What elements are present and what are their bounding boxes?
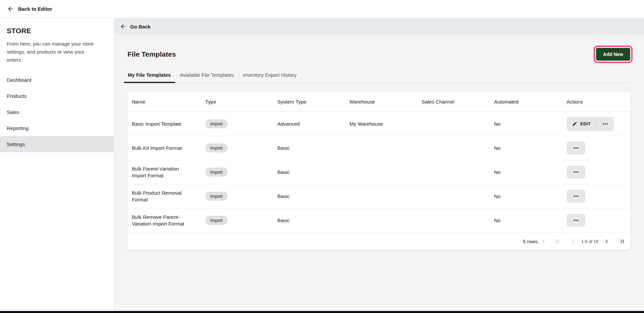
type-badge: Import	[205, 143, 228, 152]
cell-name: Basic Import Template	[132, 121, 192, 127]
table-row: Basic Import Template Import Advanced My…	[127, 112, 631, 136]
ellipsis-icon	[573, 144, 580, 151]
cell-type: Import	[205, 168, 277, 177]
cell-system-type: Basic	[277, 217, 350, 223]
bottom-edge-bar	[0, 311, 644, 313]
back-to-editor-button[interactable]: Back to Editor	[0, 0, 644, 18]
type-badge: Import	[205, 168, 228, 177]
cell-system-type: Basic	[277, 169, 350, 175]
tab-inventory-export-history[interactable]: Inventory Export History	[243, 70, 297, 83]
row-menu-button[interactable]	[567, 190, 585, 203]
row-menu-button[interactable]	[597, 117, 614, 131]
rows-per-page-select[interactable]: 5 rows	[523, 239, 545, 244]
caret-down-icon	[542, 239, 546, 243]
edit-button-label: EDIT	[580, 121, 591, 126]
cell-system-type: Basic	[277, 145, 350, 151]
cell-type: Import	[205, 119, 277, 128]
cell-actions	[567, 214, 631, 227]
sidebar-item-settings[interactable]: Settings	[0, 136, 114, 152]
back-to-editor-label: Back to Editor	[18, 6, 52, 12]
sidebar-item-products[interactable]: Products	[0, 88, 114, 104]
next-page-button[interactable]	[603, 238, 610, 245]
row-menu-button[interactable]	[567, 214, 585, 227]
sidebar-title: STORE	[7, 27, 107, 35]
ellipsis-icon	[602, 120, 609, 127]
page-header: File Templates Add New	[127, 46, 631, 63]
type-badge: Import	[205, 192, 228, 201]
pagination-range: 1-5 of 10	[581, 239, 598, 244]
cell-automated: No	[494, 169, 567, 175]
column-header-name: Name	[132, 99, 205, 105]
cell-name: Bulk Kit Import Format	[132, 145, 192, 151]
ellipsis-icon	[573, 193, 580, 200]
main-content: Go Back File Templates Add New My File T…	[114, 18, 644, 311]
cell-warehouse: My Warehouse	[350, 121, 422, 127]
go-back-label: Go Back	[130, 24, 151, 29]
row-actions-group: EDIT	[567, 117, 614, 131]
table-body: Basic Import Template Import Advanced My…	[127, 112, 631, 233]
column-header-warehouse: Warehouse	[350, 99, 422, 105]
table-row: Bulk Product Removal Format Import Basic…	[127, 184, 631, 208]
tab-my-file-templates[interactable]: My File Templates	[127, 70, 171, 83]
cell-actions	[567, 166, 631, 179]
column-header-type: Type	[205, 99, 277, 105]
cell-name: Bulk Remove Parent-Variation Import Form…	[132, 214, 192, 227]
tab-available-file-templates[interactable]: Available File Templates	[179, 70, 234, 83]
tabs: My File TemplatesAvailable File Template…	[127, 70, 631, 83]
table-row: Bulk Parent-Variation Import Format Impo…	[127, 160, 631, 184]
cell-automated: No	[494, 145, 567, 151]
row-menu-button[interactable]	[567, 141, 585, 154]
file-templates-table: NameTypeSystem TypeWarehouseSales Channe…	[127, 92, 631, 250]
table-row: Bulk Kit Import Format Import Basic No	[127, 136, 631, 160]
previous-page-button[interactable]	[570, 238, 576, 245]
cell-type: Import	[205, 216, 277, 225]
type-badge: Import	[205, 216, 228, 225]
arrow-left-icon	[120, 23, 126, 29]
ellipsis-icon	[573, 169, 580, 176]
column-header-actions: Actions	[567, 99, 631, 105]
rows-per-page-value: 5 rows	[523, 239, 537, 244]
cell-automated: No	[494, 217, 567, 223]
cell-name: Bulk Parent-Variation Import Format	[132, 166, 192, 179]
sidebar-item-sales[interactable]: Sales	[0, 104, 114, 120]
cell-actions	[567, 190, 631, 203]
last-page-button[interactable]	[619, 238, 625, 245]
pencil-icon	[572, 121, 577, 126]
table-pagination: 5 rows 1-5 of 10	[127, 233, 631, 250]
go-back-button[interactable]: Go Back	[114, 18, 644, 35]
sidebar-description: From here, you can manage your store set…	[7, 40, 98, 64]
page-title: File Templates	[127, 50, 176, 58]
sidebar: STORE From here, you can manage your sto…	[0, 18, 114, 311]
ellipsis-icon	[573, 217, 580, 224]
cell-system-type: Advanced	[277, 121, 350, 127]
sidebar-item-dashboard[interactable]: Dashboard	[0, 72, 114, 88]
cell-automated: No	[494, 121, 567, 127]
column-header-automated: Automated	[494, 99, 567, 105]
cell-name: Bulk Product Removal Format	[132, 190, 192, 203]
add-new-button[interactable]: Add New	[596, 48, 630, 61]
cell-actions: EDIT	[567, 117, 631, 131]
sidebar-item-reporting[interactable]: Reporting	[0, 120, 114, 136]
cell-type: Import	[205, 192, 277, 201]
column-header-system-type: System Type	[277, 99, 350, 105]
cell-automated: No	[494, 193, 567, 199]
arrow-left-icon	[7, 6, 14, 12]
first-page-button[interactable]	[554, 238, 561, 245]
cell-actions	[567, 141, 631, 154]
column-header-sales-channel: Sales Channel	[422, 99, 494, 105]
type-badge: Import	[205, 119, 228, 128]
table-row: Bulk Remove Parent-Variation Import Form…	[127, 208, 631, 233]
table-header: NameTypeSystem TypeWarehouseSales Channe…	[127, 92, 631, 112]
row-menu-button[interactable]	[567, 166, 585, 179]
cell-system-type: Basic	[277, 193, 350, 199]
cell-type: Import	[205, 143, 277, 152]
edit-button[interactable]: EDIT	[567, 117, 597, 131]
sidebar-nav: DashboardProductsSalesReportingSettings	[0, 72, 114, 152]
